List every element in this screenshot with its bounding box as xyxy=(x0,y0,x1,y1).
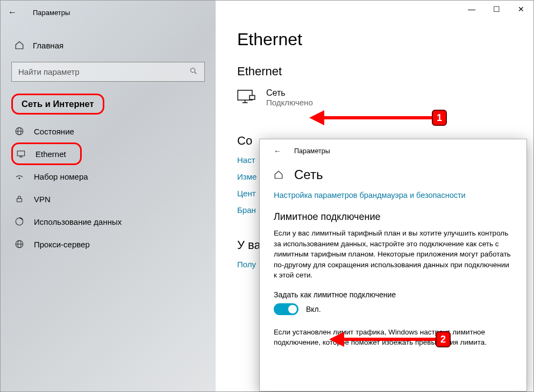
home-icon xyxy=(15,40,24,50)
search-icon xyxy=(189,67,198,77)
sidebar-home-label: Главная xyxy=(33,41,63,50)
svg-rect-17 xyxy=(250,96,255,99)
svg-point-8 xyxy=(19,178,20,179)
sidebar-item-data-usage[interactable]: Использование данных xyxy=(11,210,205,233)
metered-toggle[interactable] xyxy=(274,303,298,315)
annotation-arrow-2: 2 xyxy=(329,331,451,347)
popup-section-title: Лимитное подключение xyxy=(274,211,512,223)
search-input[interactable]: Найти параметр xyxy=(11,62,205,82)
network-item[interactable]: Сеть Подключено xyxy=(237,88,512,107)
toggle-label: Задать как лимитное подключение xyxy=(274,290,512,299)
svg-rect-9 xyxy=(17,198,22,202)
close-button[interactable]: ✕ xyxy=(509,1,533,18)
popup-settings: ← Параметры Сеть Настройка параметров бр… xyxy=(259,139,527,391)
sidebar-item-label: Использование данных xyxy=(34,217,122,226)
network-status: Подключено xyxy=(266,98,313,107)
sidebar-item-vpn[interactable]: VPN xyxy=(11,188,205,210)
data-usage-icon xyxy=(15,217,24,226)
sidebar-item-ethernet[interactable]: Ethernet xyxy=(11,142,82,165)
popup-firewall-link[interactable]: Настройка параметров брандмауэра и безоп… xyxy=(274,191,512,199)
popup-body-text: Если у вас лимитный тарифный план и вы х… xyxy=(274,228,512,281)
search-placeholder: Найти параметр xyxy=(18,67,80,76)
svg-line-1 xyxy=(195,72,196,74)
sidebar-item-label: Состояние xyxy=(34,127,74,136)
minimize-button[interactable]: — xyxy=(459,1,484,18)
sidebar-item-dialup[interactable]: Набор номера xyxy=(11,165,205,188)
sidebar-item-label: VPN xyxy=(34,195,51,204)
titlebar-label: Параметры xyxy=(33,9,70,17)
monitor-icon xyxy=(237,89,255,104)
dialup-icon xyxy=(15,172,24,181)
annotation-arrow-1: 1 xyxy=(309,110,447,126)
back-icon[interactable]: ← xyxy=(8,8,17,17)
svg-rect-5 xyxy=(17,151,25,156)
vpn-icon xyxy=(15,194,24,204)
home-icon[interactable] xyxy=(274,170,283,180)
popup-header: Параметры xyxy=(294,147,330,155)
page-title: Ethernet xyxy=(237,30,512,49)
section-title: Ethernet xyxy=(237,65,512,79)
ethernet-icon xyxy=(16,149,26,159)
sidebar-item-label: Прокси-сервер xyxy=(34,240,90,249)
sidebar-home[interactable]: Главная xyxy=(11,35,205,59)
svg-point-0 xyxy=(191,68,195,73)
proxy-icon xyxy=(15,239,24,249)
annotation-badge-2: 2 xyxy=(436,331,451,347)
sidebar-item-label: Набор номера xyxy=(34,172,88,181)
sidebar-item-proxy[interactable]: Прокси-сервер xyxy=(11,233,205,255)
sidebar-item-status[interactable]: Состояние xyxy=(11,120,205,142)
popup-title: Сеть xyxy=(294,167,323,182)
toggle-state: Вкл. xyxy=(306,305,321,313)
annotation-badge-1: 1 xyxy=(432,110,447,126)
popup-back-icon[interactable]: ← xyxy=(274,147,281,155)
sidebar-group-header: Сеть и Интернет xyxy=(11,94,104,115)
sidebar: ← Параметры Главная Найти параметр Сеть … xyxy=(1,1,216,391)
titlebar-left: ← Параметры xyxy=(1,1,216,24)
sidebar-item-label: Ethernet xyxy=(35,149,66,159)
maximize-button[interactable]: ☐ xyxy=(484,1,509,18)
globe-icon xyxy=(15,126,24,136)
network-name: Сеть xyxy=(266,88,313,98)
